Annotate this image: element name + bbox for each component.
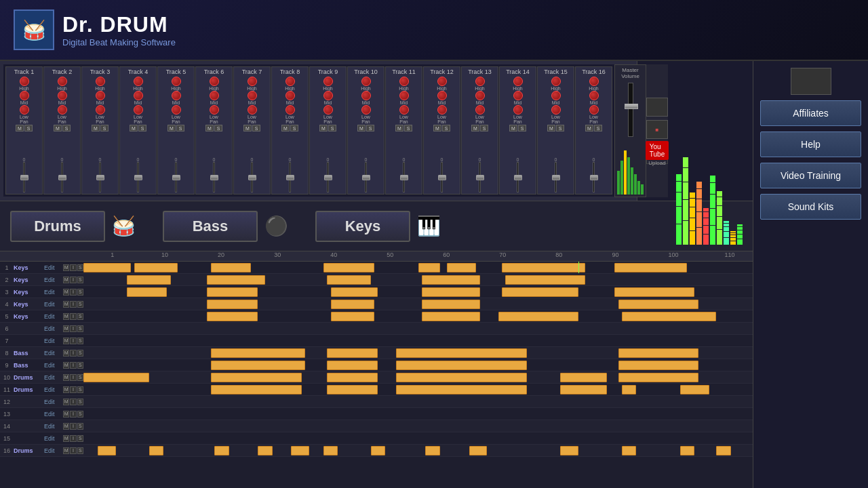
low-knob-4[interactable]	[134, 105, 143, 115]
high-knob-16[interactable]	[589, 77, 599, 86]
s-btn-4[interactable]: S	[138, 125, 146, 131]
fader-13[interactable]	[479, 162, 481, 192]
row-blocks-9[interactable]	[83, 359, 753, 371]
block[interactable]	[422, 275, 480, 285]
row-blocks-4[interactable]	[83, 298, 753, 310]
high-knob-7[interactable]	[248, 77, 257, 86]
low-knob-13[interactable]	[475, 105, 485, 115]
mid-knob-4[interactable]	[134, 91, 143, 100]
s-btn-6[interactable]: S	[214, 125, 222, 131]
block[interactable]	[211, 263, 251, 272]
fader-2[interactable]	[61, 162, 63, 192]
block[interactable]	[149, 446, 163, 455]
block[interactable]	[622, 446, 636, 455]
block[interactable]	[207, 312, 258, 321]
block[interactable]	[211, 361, 305, 370]
help-button[interactable]: Help	[760, 131, 861, 157]
block[interactable]	[560, 385, 608, 394]
block[interactable]	[211, 385, 302, 394]
fader-14[interactable]	[517, 162, 519, 192]
high-knob-14[interactable]	[513, 77, 523, 86]
block[interactable]	[211, 348, 305, 358]
row-blocks-10[interactable]	[83, 371, 753, 383]
block[interactable]	[327, 275, 370, 285]
block[interactable]	[127, 275, 170, 285]
high-knob-10[interactable]	[361, 77, 371, 86]
low-knob-11[interactable]	[399, 105, 409, 115]
m-btn-3[interactable]: M	[92, 125, 100, 131]
row-blocks-14[interactable]	[83, 420, 753, 432]
block[interactable]	[396, 385, 527, 394]
s-btn-16[interactable]: S	[594, 125, 602, 131]
mid-knob-8[interactable]	[285, 91, 295, 100]
high-knob-5[interactable]	[172, 77, 181, 86]
m-btn-14[interactable]: M	[509, 125, 517, 131]
block[interactable]	[622, 312, 716, 321]
row-blocks-8[interactable]	[83, 347, 753, 359]
mid-knob-14[interactable]	[513, 91, 523, 100]
block[interactable]	[323, 263, 374, 272]
block[interactable]	[447, 263, 476, 272]
low-knob-14[interactable]	[513, 105, 523, 115]
fader-11[interactable]	[403, 162, 405, 192]
m-btn-8[interactable]: M	[281, 125, 290, 131]
m-btn-4[interactable]: M	[130, 125, 138, 131]
block[interactable]	[396, 361, 527, 370]
block[interactable]	[680, 385, 709, 394]
block[interactable]	[560, 446, 578, 455]
block[interactable]	[327, 385, 378, 394]
block[interactable]	[560, 373, 608, 382]
mid-knob-9[interactable]	[323, 91, 333, 100]
block[interactable]	[469, 446, 488, 455]
block[interactable]	[207, 287, 258, 297]
low-knob-10[interactable]	[361, 105, 371, 115]
video-training-button[interactable]: Video Training	[760, 163, 861, 188]
mid-knob-1[interactable]	[20, 91, 29, 100]
row-blocks-1[interactable]	[83, 262, 753, 273]
block[interactable]	[127, 287, 167, 297]
s-btn-7[interactable]: S	[252, 125, 260, 131]
fader-6[interactable]	[213, 162, 215, 192]
s-btn-10[interactable]: S	[366, 125, 374, 131]
block[interactable]	[422, 312, 480, 321]
row-blocks-6[interactable]	[83, 323, 753, 334]
row-blocks-2[interactable]	[83, 274, 753, 285]
m-btn-6[interactable]: M	[205, 125, 214, 131]
mid-knob-16[interactable]	[589, 91, 599, 100]
mid-knob-7[interactable]	[248, 91, 257, 100]
low-knob-5[interactable]	[172, 105, 181, 115]
block[interactable]	[418, 263, 440, 272]
low-knob-8[interactable]	[285, 105, 295, 115]
m-btn-11[interactable]: M	[395, 125, 403, 131]
fader-15[interactable]	[555, 162, 557, 192]
block[interactable]	[327, 373, 378, 382]
low-knob-6[interactable]	[210, 105, 219, 115]
fader-12[interactable]	[441, 162, 443, 192]
master-fader[interactable]	[628, 83, 633, 137]
m-btn-9[interactable]: M	[319, 125, 328, 131]
block[interactable]	[498, 312, 578, 321]
low-knob-3[interactable]	[96, 105, 105, 115]
block[interactable]	[502, 263, 585, 272]
block[interactable]	[614, 287, 694, 297]
sound-kits-button[interactable]: Sound Kits	[760, 194, 861, 220]
fader-1[interactable]	[23, 162, 25, 192]
high-knob-6[interactable]	[210, 77, 219, 86]
block[interactable]	[618, 361, 698, 370]
low-knob-7[interactable]	[248, 105, 257, 115]
row-blocks-12[interactable]	[83, 396, 753, 407]
block[interactable]	[618, 348, 698, 358]
high-knob-2[interactable]	[58, 77, 67, 86]
block[interactable]	[422, 287, 480, 297]
block[interactable]	[211, 373, 302, 382]
m-btn-12[interactable]: M	[433, 125, 441, 131]
low-knob-9[interactable]	[323, 105, 333, 115]
high-knob-15[interactable]	[551, 77, 561, 86]
mid-knob-11[interactable]	[399, 91, 409, 100]
block[interactable]	[716, 446, 730, 455]
high-knob-4[interactable]	[134, 77, 143, 86]
low-knob-2[interactable]	[58, 105, 67, 115]
s-btn-2[interactable]: S	[62, 125, 71, 131]
block[interactable]	[618, 300, 698, 309]
row-blocks-16[interactable]	[83, 445, 753, 456]
